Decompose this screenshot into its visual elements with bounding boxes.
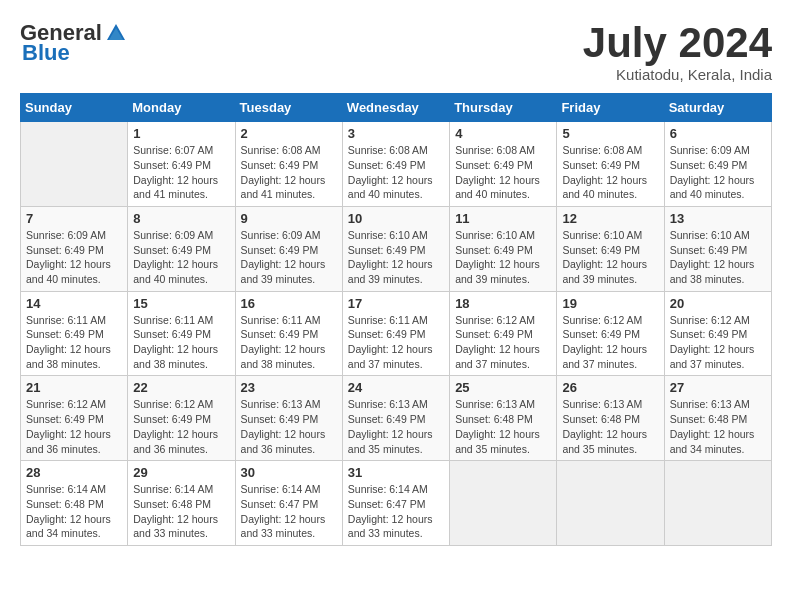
day-info: Sunrise: 6:08 AM Sunset: 6:49 PM Dayligh… (562, 143, 658, 202)
day-number: 3 (348, 126, 444, 141)
day-info: Sunrise: 6:13 AM Sunset: 6:48 PM Dayligh… (455, 397, 551, 456)
calendar-cell: 19Sunrise: 6:12 AM Sunset: 6:49 PM Dayli… (557, 291, 664, 376)
page-header: General Blue July 2024 Kutiatodu, Kerala… (20, 20, 772, 83)
calendar-cell (21, 122, 128, 207)
calendar-cell: 20Sunrise: 6:12 AM Sunset: 6:49 PM Dayli… (664, 291, 771, 376)
day-info: Sunrise: 6:09 AM Sunset: 6:49 PM Dayligh… (241, 228, 337, 287)
weekday-header: Tuesday (235, 94, 342, 122)
calendar-cell: 14Sunrise: 6:11 AM Sunset: 6:49 PM Dayli… (21, 291, 128, 376)
day-info: Sunrise: 6:08 AM Sunset: 6:49 PM Dayligh… (241, 143, 337, 202)
calendar-cell: 4Sunrise: 6:08 AM Sunset: 6:49 PM Daylig… (450, 122, 557, 207)
calendar-cell: 17Sunrise: 6:11 AM Sunset: 6:49 PM Dayli… (342, 291, 449, 376)
day-info: Sunrise: 6:09 AM Sunset: 6:49 PM Dayligh… (133, 228, 229, 287)
weekday-header: Saturday (664, 94, 771, 122)
day-info: Sunrise: 6:08 AM Sunset: 6:49 PM Dayligh… (348, 143, 444, 202)
day-number: 6 (670, 126, 766, 141)
day-number: 15 (133, 296, 229, 311)
calendar-cell: 21Sunrise: 6:12 AM Sunset: 6:49 PM Dayli… (21, 376, 128, 461)
day-number: 4 (455, 126, 551, 141)
day-info: Sunrise: 6:08 AM Sunset: 6:49 PM Dayligh… (455, 143, 551, 202)
day-number: 22 (133, 380, 229, 395)
calendar-cell: 26Sunrise: 6:13 AM Sunset: 6:48 PM Dayli… (557, 376, 664, 461)
day-info: Sunrise: 6:12 AM Sunset: 6:49 PM Dayligh… (562, 313, 658, 372)
day-number: 11 (455, 211, 551, 226)
day-number: 19 (562, 296, 658, 311)
day-number: 9 (241, 211, 337, 226)
day-number: 21 (26, 380, 122, 395)
day-info: Sunrise: 6:13 AM Sunset: 6:49 PM Dayligh… (241, 397, 337, 456)
day-number: 26 (562, 380, 658, 395)
calendar-cell: 27Sunrise: 6:13 AM Sunset: 6:48 PM Dayli… (664, 376, 771, 461)
logo: General Blue (20, 20, 128, 66)
day-info: Sunrise: 6:09 AM Sunset: 6:49 PM Dayligh… (26, 228, 122, 287)
day-number: 30 (241, 465, 337, 480)
day-info: Sunrise: 6:11 AM Sunset: 6:49 PM Dayligh… (241, 313, 337, 372)
day-number: 27 (670, 380, 766, 395)
day-number: 16 (241, 296, 337, 311)
calendar-cell: 7Sunrise: 6:09 AM Sunset: 6:49 PM Daylig… (21, 206, 128, 291)
day-number: 14 (26, 296, 122, 311)
calendar-cell: 16Sunrise: 6:11 AM Sunset: 6:49 PM Dayli… (235, 291, 342, 376)
calendar-cell: 28Sunrise: 6:14 AM Sunset: 6:48 PM Dayli… (21, 461, 128, 546)
day-number: 13 (670, 211, 766, 226)
day-info: Sunrise: 6:10 AM Sunset: 6:49 PM Dayligh… (562, 228, 658, 287)
day-info: Sunrise: 6:11 AM Sunset: 6:49 PM Dayligh… (133, 313, 229, 372)
day-info: Sunrise: 6:12 AM Sunset: 6:49 PM Dayligh… (670, 313, 766, 372)
calendar-cell: 23Sunrise: 6:13 AM Sunset: 6:49 PM Dayli… (235, 376, 342, 461)
day-info: Sunrise: 6:10 AM Sunset: 6:49 PM Dayligh… (670, 228, 766, 287)
day-number: 1 (133, 126, 229, 141)
calendar-cell: 11Sunrise: 6:10 AM Sunset: 6:49 PM Dayli… (450, 206, 557, 291)
day-number: 8 (133, 211, 229, 226)
day-number: 29 (133, 465, 229, 480)
day-number: 28 (26, 465, 122, 480)
day-info: Sunrise: 6:14 AM Sunset: 6:47 PM Dayligh… (348, 482, 444, 541)
day-info: Sunrise: 6:13 AM Sunset: 6:49 PM Dayligh… (348, 397, 444, 456)
day-info: Sunrise: 6:12 AM Sunset: 6:49 PM Dayligh… (26, 397, 122, 456)
day-info: Sunrise: 6:10 AM Sunset: 6:49 PM Dayligh… (455, 228, 551, 287)
day-info: Sunrise: 6:13 AM Sunset: 6:48 PM Dayligh… (670, 397, 766, 456)
calendar-cell: 30Sunrise: 6:14 AM Sunset: 6:47 PM Dayli… (235, 461, 342, 546)
logo-blue: Blue (22, 40, 70, 66)
calendar-cell (664, 461, 771, 546)
calendar-cell: 18Sunrise: 6:12 AM Sunset: 6:49 PM Dayli… (450, 291, 557, 376)
weekday-header: Thursday (450, 94, 557, 122)
calendar-cell: 10Sunrise: 6:10 AM Sunset: 6:49 PM Dayli… (342, 206, 449, 291)
day-info: Sunrise: 6:12 AM Sunset: 6:49 PM Dayligh… (455, 313, 551, 372)
day-number: 24 (348, 380, 444, 395)
calendar-cell: 25Sunrise: 6:13 AM Sunset: 6:48 PM Dayli… (450, 376, 557, 461)
calendar-cell: 31Sunrise: 6:14 AM Sunset: 6:47 PM Dayli… (342, 461, 449, 546)
calendar-cell: 29Sunrise: 6:14 AM Sunset: 6:48 PM Dayli… (128, 461, 235, 546)
day-info: Sunrise: 6:14 AM Sunset: 6:48 PM Dayligh… (133, 482, 229, 541)
day-number: 5 (562, 126, 658, 141)
calendar-cell: 3Sunrise: 6:08 AM Sunset: 6:49 PM Daylig… (342, 122, 449, 207)
day-info: Sunrise: 6:07 AM Sunset: 6:49 PM Dayligh… (133, 143, 229, 202)
calendar-cell: 6Sunrise: 6:09 AM Sunset: 6:49 PM Daylig… (664, 122, 771, 207)
title-block: July 2024 Kutiatodu, Kerala, India (583, 20, 772, 83)
weekday-header: Wednesday (342, 94, 449, 122)
weekday-header: Sunday (21, 94, 128, 122)
day-number: 25 (455, 380, 551, 395)
day-info: Sunrise: 6:11 AM Sunset: 6:49 PM Dayligh… (348, 313, 444, 372)
day-info: Sunrise: 6:10 AM Sunset: 6:49 PM Dayligh… (348, 228, 444, 287)
calendar-cell: 1Sunrise: 6:07 AM Sunset: 6:49 PM Daylig… (128, 122, 235, 207)
calendar-cell: 8Sunrise: 6:09 AM Sunset: 6:49 PM Daylig… (128, 206, 235, 291)
day-info: Sunrise: 6:11 AM Sunset: 6:49 PM Dayligh… (26, 313, 122, 372)
day-number: 31 (348, 465, 444, 480)
day-number: 7 (26, 211, 122, 226)
calendar-cell: 12Sunrise: 6:10 AM Sunset: 6:49 PM Dayli… (557, 206, 664, 291)
day-number: 20 (670, 296, 766, 311)
calendar-cell (557, 461, 664, 546)
calendar-cell: 9Sunrise: 6:09 AM Sunset: 6:49 PM Daylig… (235, 206, 342, 291)
calendar-table: SundayMondayTuesdayWednesdayThursdayFrid… (20, 93, 772, 546)
day-info: Sunrise: 6:09 AM Sunset: 6:49 PM Dayligh… (670, 143, 766, 202)
logo-icon (105, 22, 127, 44)
day-number: 12 (562, 211, 658, 226)
calendar-cell: 24Sunrise: 6:13 AM Sunset: 6:49 PM Dayli… (342, 376, 449, 461)
calendar-cell: 2Sunrise: 6:08 AM Sunset: 6:49 PM Daylig… (235, 122, 342, 207)
calendar-cell: 22Sunrise: 6:12 AM Sunset: 6:49 PM Dayli… (128, 376, 235, 461)
day-number: 23 (241, 380, 337, 395)
weekday-header: Monday (128, 94, 235, 122)
location: Kutiatodu, Kerala, India (583, 66, 772, 83)
day-number: 17 (348, 296, 444, 311)
day-info: Sunrise: 6:14 AM Sunset: 6:47 PM Dayligh… (241, 482, 337, 541)
